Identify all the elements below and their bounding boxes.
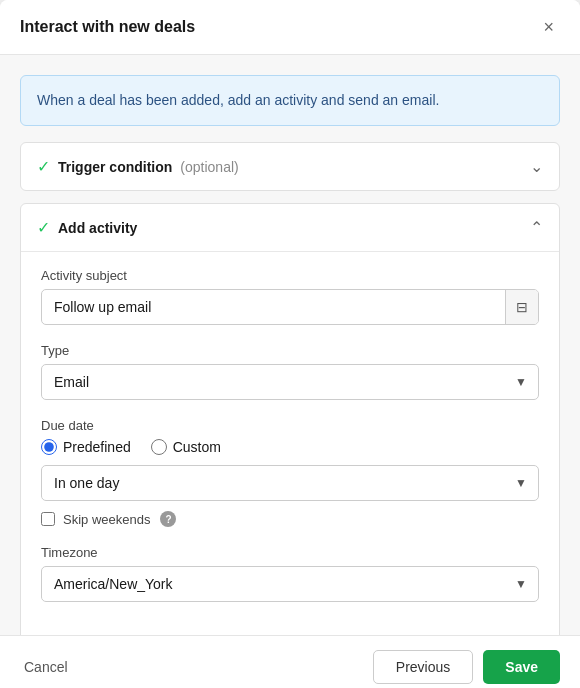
type-select-wrapper: Email Call Meeting Task Deadline Lunch ▼ [41,364,539,400]
trigger-chevron-icon: ⌄ [530,157,543,176]
footer-right: Previous Save [373,650,560,684]
trigger-condition-section: ✓ Trigger condition (optional) ⌄ [20,142,560,191]
skip-weekends-help-icon[interactable]: ? [160,511,176,527]
activity-section-header[interactable]: ✓ Add activity ⌃ [21,204,559,251]
predefined-radio[interactable] [41,439,57,455]
modal-body: When a deal has been added, add an activ… [0,55,580,635]
subject-field-icon-button[interactable]: ⊟ [505,290,538,324]
subject-input[interactable] [42,290,505,324]
type-label: Type [41,343,539,358]
close-button[interactable]: × [537,16,560,38]
skip-weekends-label[interactable]: Skip weekends [63,512,150,527]
cancel-button[interactable]: Cancel [20,651,72,683]
columns-icon: ⊟ [516,299,528,315]
modal-footer: Cancel Previous Save [0,635,580,688]
subject-group: Activity subject ⊟ [41,268,539,325]
activity-section-left: ✓ Add activity [37,218,137,237]
modal: Interact with new deals × When a deal ha… [0,0,580,688]
type-group: Type Email Call Meeting Task Deadline Lu… [41,343,539,400]
timezone-select-wrapper: America/New_York America/Los_Angeles Eur… [41,566,539,602]
activity-check-icon: ✓ [37,218,50,237]
subject-input-wrapper: ⊟ [41,289,539,325]
due-date-radio-group: Predefined Custom [41,439,539,455]
predefined-radio-label[interactable]: Predefined [41,439,131,455]
in-one-day-select[interactable]: In one day In two days In one week In on… [41,465,539,501]
custom-radio[interactable] [151,439,167,455]
custom-radio-text: Custom [173,439,221,455]
trigger-section-title: Trigger condition [58,159,172,175]
modal-title: Interact with new deals [20,18,195,36]
timezone-select[interactable]: America/New_York America/Los_Angeles Eur… [41,566,539,602]
in-one-day-select-wrapper: In one day In two days In one week In on… [41,465,539,501]
skip-weekends-group: Skip weekends ? [41,511,539,527]
modal-header: Interact with new deals × [0,0,580,55]
activity-chevron-icon: ⌃ [530,218,543,237]
trigger-section-subtitle: (optional) [180,159,238,175]
skip-weekends-checkbox[interactable] [41,512,55,526]
save-button[interactable]: Save [483,650,560,684]
trigger-check-icon: ✓ [37,157,50,176]
due-date-group: Due date Predefined Custom In [41,418,539,527]
add-activity-section: ✓ Add activity ⌃ Activity subject ⊟ [20,203,560,635]
due-date-label: Due date [41,418,539,433]
type-select[interactable]: Email Call Meeting Task Deadline Lunch [41,364,539,400]
custom-radio-label[interactable]: Custom [151,439,221,455]
predefined-radio-text: Predefined [63,439,131,455]
timezone-group: Timezone America/New_York America/Los_An… [41,545,539,602]
trigger-section-left: ✓ Trigger condition (optional) [37,157,239,176]
previous-button[interactable]: Previous [373,650,473,684]
activity-section-body: Activity subject ⊟ Type Email Call [21,251,559,635]
trigger-section-header[interactable]: ✓ Trigger condition (optional) ⌄ [21,143,559,190]
subject-label: Activity subject [41,268,539,283]
info-banner: When a deal has been added, add an activ… [20,75,560,126]
activity-section-title: Add activity [58,220,137,236]
timezone-label: Timezone [41,545,539,560]
